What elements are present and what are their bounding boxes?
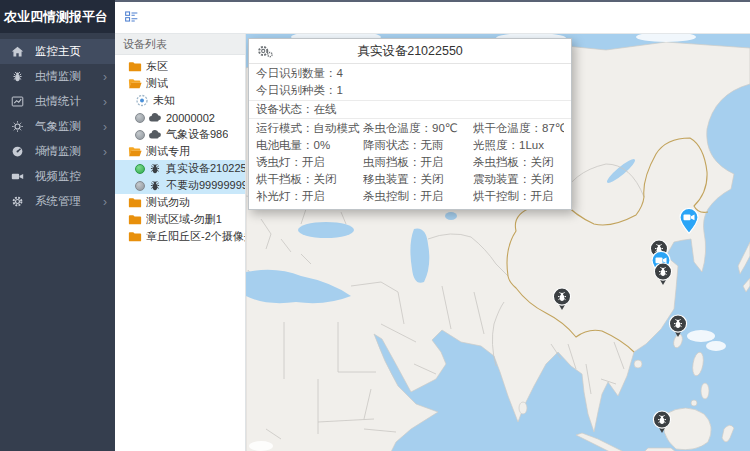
popup-detail-cell: 补光灯：开启 [256, 188, 363, 205]
world-map[interactable]: 真实设备21022550 今日识别数量：4今日识别种类：1 设备状态：在线 运行… [246, 34, 750, 451]
chevron-right-icon: › [103, 121, 107, 133]
popup-summary-row: 今日识别数量：4 [249, 65, 571, 82]
bug-marker-icon[interactable] [553, 287, 572, 311]
sidebar-item[interactable]: 墒情监测 › [0, 139, 115, 164]
sidebar-item[interactable]: 系统管理 › [0, 189, 115, 214]
popup-detail-cell: 运行模式：自动模式 [256, 120, 363, 137]
sidebar-item[interactable]: 虫情监测 › [0, 64, 115, 89]
status-icon [135, 181, 145, 191]
popup-detail-cell: 震动装置：关闭 [473, 171, 564, 188]
popup-detail-cell: 烘干控制：开启 [473, 188, 564, 205]
tree-item[interactable]: 真实设备21022550 [115, 160, 245, 177]
sidebar-item-label: 虫情监测 [35, 69, 103, 84]
sidebar-item-label: 系统管理 [35, 194, 103, 209]
tree-item-label: 不要动99999999 [166, 178, 245, 193]
popup-title: 真实设备21022550 [273, 43, 547, 60]
device-list-header: 设备列表 [115, 34, 245, 55]
sidebar-item-label: 墒情监测 [35, 144, 103, 159]
popup-summary-row: 今日识别种类：1 [249, 82, 571, 99]
popup-detail-cell: 杀虫控制：开启 [363, 188, 473, 205]
bug-marker-icon[interactable] [669, 314, 688, 338]
sidebar: 农业四情测报平台 监控主页 › 虫情监测 › 虫情统计 › 气象监测 [0, 0, 115, 451]
device-list-panel: 设备列表 东区 测试 未知 [115, 34, 246, 451]
sidebar-item-label: 监控主页 [35, 44, 103, 59]
tree-item[interactable]: 测试 [115, 75, 245, 92]
popup-detail-cell: 烘干挡板：关闭 [256, 171, 363, 188]
folder-closed-icon [128, 213, 142, 226]
tree-item-label: 测试区域-勿删1 [146, 212, 222, 227]
popup-summary: 今日识别数量：4今日识别种类：1 [249, 64, 571, 100]
main-area: 设备列表 东区 测试 未知 [115, 0, 750, 451]
sidebar-item[interactable]: 视频监控 › [0, 164, 115, 189]
bug-marker-icon[interactable] [653, 410, 672, 434]
popup-detail-grid: 运行模式：自动模式杀虫仓温度：90℃烘干仓温度：87℃电池电量：0%降雨状态：无… [249, 119, 571, 209]
app-title: 农业四情测报平台 [0, 0, 115, 33]
status-label: 设备状态： [256, 103, 314, 115]
status-icon [135, 130, 145, 140]
chevron-right-icon: › [103, 96, 107, 108]
cloud-icon [148, 128, 162, 141]
camera-pin-icon[interactable] [679, 207, 700, 234]
tree-item[interactable]: 20000002 [115, 109, 245, 126]
sidebar-item[interactable]: 虫情统计 › [0, 89, 115, 114]
tree-item[interactable]: 气象设备986 [115, 126, 245, 143]
tree-item[interactable]: 测试区域-勿删1 [115, 211, 245, 228]
insect-icon [148, 162, 162, 175]
sidebar-item-label: 气象监测 [35, 119, 103, 134]
tree-item[interactable]: 东区 [115, 58, 245, 75]
tree-item[interactable]: 未知 [115, 92, 245, 109]
device-tree: 东区 测试 未知 20000002 [115, 55, 245, 245]
sidebar-menu: 监控主页 › 虫情监测 › 虫情统计 › 气象监测 › 墒情监测 [0, 33, 115, 214]
gear-icon [11, 195, 24, 208]
tree-item-label: 20000002 [166, 112, 215, 124]
sidebar-item[interactable]: 气象监测 › [0, 114, 115, 139]
popup-detail-cell: 光照度：1Lux [473, 137, 564, 154]
weather-icon [11, 120, 24, 133]
tree-item-label: 章丘阳丘区-2个摄像头 [146, 229, 245, 244]
content: 设备列表 东区 测试 未知 [115, 34, 750, 451]
status-value: 在线 [314, 103, 337, 115]
folder-open-icon [128, 77, 142, 90]
folder-closed-icon [128, 60, 142, 73]
tree-item[interactable]: 测试专用 [115, 143, 245, 160]
bug-marker-icon[interactable] [654, 262, 673, 286]
popup-detail-cell: 杀虫挡板：关闭 [473, 154, 564, 171]
tree-item-label: 未知 [153, 93, 175, 108]
chevron-right-icon: › [103, 196, 107, 208]
target-icon [135, 94, 149, 107]
tree-item[interactable]: 章丘阳丘区-2个摄像头 [115, 228, 245, 245]
popup-detail-cell: 诱虫灯：开启 [256, 154, 363, 171]
insect-icon [148, 179, 162, 192]
device-info-popup: 真实设备21022550 今日识别数量：4今日识别种类：1 设备状态：在线 运行… [248, 38, 572, 210]
home-icon [11, 45, 24, 58]
cloud-icon [148, 111, 162, 124]
popup-status-row: 设备状态：在线 [249, 101, 571, 118]
popup-detail-cell: 虫雨挡板：开启 [363, 154, 473, 171]
sidebar-item[interactable]: 监控主页 › [0, 39, 115, 64]
folder-closed-icon [128, 196, 142, 209]
moisture-icon [11, 145, 24, 158]
sidebar-item-label: 视频监控 [35, 169, 103, 184]
app-root: 农业四情测报平台 监控主页 › 虫情监测 › 虫情统计 › 气象监测 [0, 0, 750, 451]
chevron-right-icon: › [103, 71, 107, 83]
topbar [115, 2, 750, 34]
tree-item-label: 东区 [146, 59, 168, 74]
sidebar-item-label: 虫情统计 [35, 94, 103, 109]
chevron-right-icon: › [103, 146, 107, 158]
tree-item-label: 测试专用 [146, 144, 190, 159]
settings-gear-icon[interactable] [257, 44, 273, 58]
tree-item[interactable]: 测试勿动 [115, 194, 245, 211]
popup-detail-cell: 杀虫仓温度：90℃ [363, 120, 473, 137]
chart-icon [11, 95, 24, 108]
popup-detail-cell: 烘干仓温度：87℃ [473, 120, 564, 137]
folder-open-icon [128, 145, 142, 158]
popup-detail-cell: 降雨状态：无雨 [363, 137, 473, 154]
popup-detail-cell: 移虫装置：关闭 [363, 171, 473, 188]
tree-item-label: 测试勿动 [146, 195, 190, 210]
tree-item-label: 测试 [146, 76, 168, 91]
status-icon [135, 164, 145, 174]
bug-icon [11, 70, 24, 83]
video-icon [11, 170, 24, 183]
tree-layout-icon[interactable] [125, 10, 145, 26]
tree-item[interactable]: 不要动99999999 [115, 177, 245, 194]
